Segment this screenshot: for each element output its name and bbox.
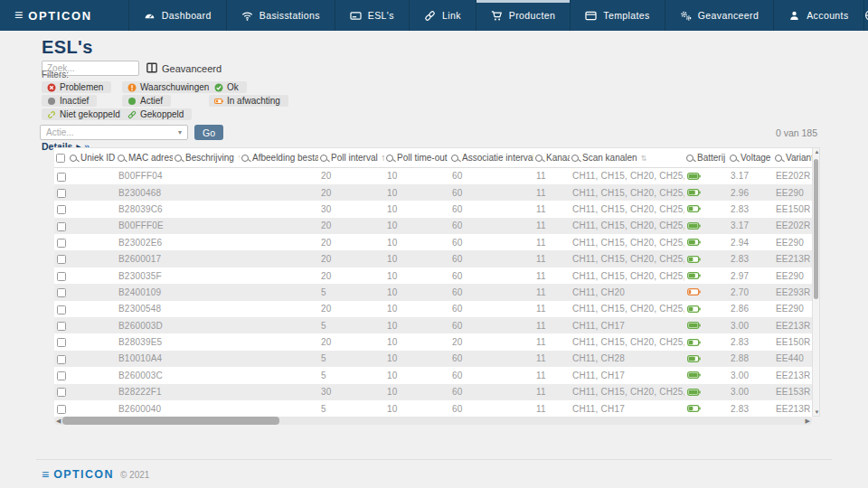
vertical-scroll-thumb[interactable]	[814, 159, 818, 299]
brand-logo[interactable]: ≡ OPTICON	[0, 0, 105, 31]
cell-uniek-id	[68, 234, 116, 250]
column-header-variant: Variant ⇅	[773, 148, 812, 168]
column-sort-kanaal[interactable]: Kanaal ⇅	[535, 153, 568, 163]
row-checkbox[interactable]	[57, 405, 66, 414]
filter-button-waarschuwingen[interactable]: Waarschuwingen	[122, 81, 217, 93]
select-all-checkbox[interactable]	[56, 154, 65, 163]
table-row[interactable]: B28039C630106011CH11, CH15, CH20, CH25, …	[54, 201, 812, 217]
column-sort-beschrijving[interactable]: Beschrijving ⇅	[175, 153, 238, 163]
horizontal-scrollbar[interactable]: ◀ ▶	[54, 417, 812, 425]
filter-button-gekoppeld[interactable]: Gekoppeld	[122, 108, 192, 120]
battery-icon	[687, 339, 725, 346]
action-select[interactable]: Actie... ▾	[40, 125, 188, 140]
row-checkbox[interactable]	[57, 288, 66, 297]
column-header-poll-time-out: Poll time-out ⇅	[384, 148, 449, 168]
column-sort-mac-adres[interactable]: MAC adres ⇅	[118, 153, 171, 163]
table-row[interactable]: B230046820106011CH11, CH15, CH20, CH25, …	[54, 184, 812, 201]
table-row[interactable]: B10010A45106011CH11, CH28 2.88 EE440	[54, 351, 812, 367]
filter-button-niet-gekoppeld[interactable]: Niet gekoppeld	[42, 108, 128, 120]
filter-button-problemen[interactable]: Problemen	[42, 81, 111, 93]
cell-uniek-id	[68, 267, 116, 284]
column-sort-afbeelding-bestand[interactable]: Afbeelding bestand ⇅	[241, 153, 316, 163]
cell-voltage: 2.96	[728, 184, 773, 201]
filter-buttons: Problemen Waarschuwingen Ok Inactief Act…	[42, 81, 299, 122]
cell-associatie-interval: 60	[449, 201, 533, 217]
column-sort-voltage[interactable]: Voltage ⇅	[730, 153, 771, 163]
row-checkbox[interactable]	[57, 173, 66, 182]
row-checkbox[interactable]	[57, 371, 66, 380]
cell-associatie-interval: 60	[449, 168, 533, 184]
cell-variant: EE202R	[773, 168, 812, 184]
cell-afbeelding-bestand	[240, 184, 318, 201]
column-label: Scan kanalen	[582, 153, 637, 163]
globe-icon[interactable]	[864, 9, 868, 22]
cell-afbeelding-bestand	[240, 218, 318, 234]
table-row[interactable]: B260003C5106011CH11, CH17 3.00 EE213R	[54, 367, 812, 383]
nav-item-dashboard[interactable]: Dashboard	[128, 0, 226, 31]
cell-voltage: 3.00	[728, 384, 773, 400]
nav-item-basisstations[interactable]: Basisstations	[226, 0, 335, 31]
row-checkbox[interactable]	[57, 388, 66, 397]
column-sort-scan-kanalen[interactable]: Scan kanalen ⇅	[571, 153, 683, 163]
scroll-up-icon[interactable]: ▲	[813, 149, 821, 155]
cell-voltage: 3.00	[728, 367, 773, 383]
nav-item-accounts[interactable]: Accounts	[773, 0, 863, 31]
scroll-right-icon[interactable]: ▶	[806, 417, 810, 425]
filter-button-actief[interactable]: Actief	[122, 95, 171, 107]
table-row[interactable]: B260001720106011CH11, CH15, CH20, CH25, …	[54, 250, 812, 267]
table-row[interactable]: B260003D5106011CH11, CH17 3.00 EE213R	[54, 317, 812, 333]
column-sort-associatie-interval[interactable]: Associatie interval ⇅	[451, 153, 532, 163]
row-checkbox[interactable]	[57, 255, 66, 264]
filter-button-in-afwachting[interactable]: In afwachting	[209, 95, 288, 107]
row-checkbox[interactable]	[57, 222, 66, 231]
nav-item-esl-s[interactable]: ESL's	[335, 0, 409, 31]
column-sort-variant[interactable]: Variant ⇅	[775, 153, 810, 163]
cell-voltage: 3.00	[728, 317, 773, 333]
cell-uniek-id	[68, 351, 116, 367]
row-checkbox[interactable]	[57, 205, 66, 214]
table-row[interactable]: B230054820106011CH11, CH15, CH20, CH25, …	[54, 301, 812, 317]
column-sort-uniek-id[interactable]: Uniek ID ⇅	[70, 153, 114, 163]
cell-mac-adres: B260003D	[116, 317, 173, 333]
nav-item-label: Templates	[603, 10, 649, 21]
column-label: Poll interval	[331, 153, 378, 163]
column-sort-poll-time-out[interactable]: Poll time-out ⇅	[386, 153, 448, 163]
table-row[interactable]: B00FFF0E20106011CH11, CH15, CH20, CH25, …	[54, 218, 812, 234]
row-checkbox[interactable]	[57, 305, 66, 314]
nav-item-producten[interactable]: Producten	[476, 0, 570, 31]
cell-beschrijving	[173, 234, 240, 250]
table-row[interactable]: B28039E520102011CH11, CH15, CH20, CH25, …	[54, 333, 812, 350]
nav-item-link[interactable]: Link	[409, 0, 476, 31]
vertical-scrollbar[interactable]: ▲ ▼	[812, 147, 820, 417]
scroll-down-icon[interactable]: ▼	[813, 409, 821, 415]
table-row[interactable]: B28222F130106011CH11, CH15, CH20, CH25, …	[54, 384, 812, 400]
row-checkbox[interactable]	[57, 239, 66, 248]
go-button[interactable]: Go	[194, 125, 223, 140]
table-row[interactable]: B24001095106011CH11, CH20 2.70 EE293R	[54, 284, 812, 300]
cell-beschrijving	[173, 218, 240, 234]
table-row[interactable]: B26000405106011CH11, CH17 2.83 EE213R	[54, 400, 812, 417]
row-checkbox[interactable]	[57, 189, 66, 198]
row-select-cell	[54, 317, 68, 333]
column-sort-batterij[interactable]: Batterij ⇅	[686, 153, 726, 163]
advanced-search-toggle[interactable]: Geavanceerd	[146, 62, 222, 75]
warning-status-icon	[127, 83, 137, 92]
table-row[interactable]: B00FFF0420106011CH11, CH15, CH20, CH25, …	[54, 168, 812, 184]
nav-item-templates[interactable]: Templates	[570, 0, 664, 31]
row-checkbox[interactable]	[57, 338, 66, 347]
cell-scan-kanalen: CH11, CH15, CH20, CH25, CH26	[570, 333, 684, 350]
cell-batterij	[684, 250, 728, 267]
filter-button-ok[interactable]: Ok	[209, 81, 247, 93]
filter-button-inactief[interactable]: Inactief	[42, 95, 97, 107]
footer-brand[interactable]: ≡ OPTICON © 2021	[42, 468, 149, 481]
cell-associatie-interval: 60	[449, 301, 533, 317]
nav-item-geavanceerd[interactable]: Geavanceerd	[665, 0, 773, 31]
column-sort-poll-interval[interactable]: Poll interval ⇅	[320, 153, 382, 163]
scroll-left-icon[interactable]: ◀	[56, 417, 61, 425]
row-checkbox[interactable]	[57, 272, 66, 281]
table-row[interactable]: B23002E620106011CH11, CH15, CH20, CH25, …	[54, 234, 812, 250]
row-checkbox[interactable]	[57, 322, 66, 331]
table-row[interactable]: B230035F20106011CH11, CH15, CH20, CH25, …	[54, 267, 812, 284]
row-checkbox[interactable]	[57, 355, 66, 364]
horizontal-scroll-thumb[interactable]	[62, 417, 279, 425]
